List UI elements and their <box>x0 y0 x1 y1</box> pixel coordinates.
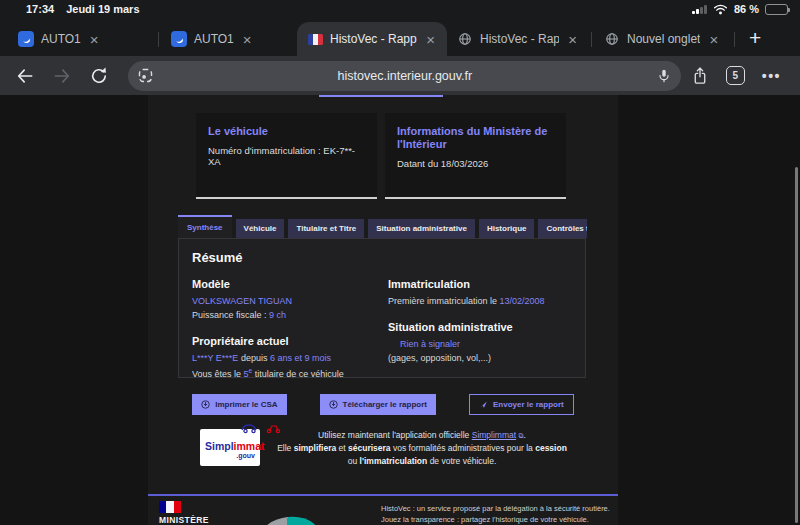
histovec-main-container: Le véhicule Numéro d'immatriculation : E… <box>148 95 618 525</box>
footer-text: HistoVec : un service proposé par la dél… <box>381 503 610 525</box>
download-circle-icon <box>329 400 338 409</box>
wifi-icon <box>713 4 728 15</box>
close-icon[interactable]: × <box>241 32 254 47</box>
tab-title: AUTO1 <box>41 32 81 46</box>
tab-titulaire-et-titre[interactable]: Titulaire et Titre <box>288 219 364 238</box>
browser-tab-histovec-2[interactable]: HistoVec - Rapport × <box>447 22 589 56</box>
simplimmat-section: Simplimmat .gouv Utilisez maintenant l'a… <box>200 429 572 468</box>
status-bar: 17:34 Jeudi 19 mars 86 % <box>0 0 800 18</box>
tab-switcher-button[interactable]: 5 <box>726 66 745 85</box>
forward-icon[interactable] <box>52 66 72 86</box>
page-scrollbar[interactable] <box>795 167 798 523</box>
tab-historique[interactable]: Historique <box>479 219 535 238</box>
back-icon[interactable] <box>15 66 35 86</box>
url-text[interactable]: histovec.interieur.gouv.fr <box>154 69 656 83</box>
synthese-panel: Résumé Modèle VOLKSWAGEN TIGUAN Puissanc… <box>178 238 586 378</box>
globe-icon <box>604 31 620 47</box>
situation-heading: Situation administrative <box>388 321 572 333</box>
globe-icon <box>457 31 473 47</box>
close-icon[interactable]: × <box>424 32 437 47</box>
tab-title: HistoVec - Rapport <box>330 32 417 46</box>
car-scooter-icon <box>240 422 282 434</box>
browser-tab-histovec-active[interactable]: HistoVec - Rapport × <box>297 22 447 56</box>
battery-icon <box>765 4 788 15</box>
close-icon[interactable]: × <box>88 32 101 47</box>
battery-percent: 86 % <box>734 3 759 15</box>
tab-synthese[interactable]: Synthèse <box>178 215 232 238</box>
vehicle-card: Le véhicule Numéro d'immatriculation : E… <box>196 113 377 199</box>
tab-count: 5 <box>733 70 739 81</box>
print-csa-button[interactable]: Imprimer le CSA <box>192 394 286 415</box>
nav-active-underline <box>319 95 443 97</box>
tab-vehicule[interactable]: Véhicule <box>236 219 285 238</box>
close-icon[interactable]: × <box>707 32 720 47</box>
model-value: VOLKSWAGEN TIGUAN <box>192 296 388 306</box>
close-icon[interactable]: × <box>566 32 579 47</box>
web-page-content: Le véhicule Numéro d'immatriculation : E… <box>0 95 800 525</box>
lens-icon[interactable] <box>137 67 154 84</box>
situation-note: (gages, opposition, vol,...) <box>388 353 572 363</box>
browser-tab-auto1-2[interactable]: AUTO1 × <box>161 22 297 56</box>
immat-heading: Immatriculation <box>388 278 572 290</box>
owner-heading: Propriétaire actuel <box>192 335 388 347</box>
tab-separator <box>158 32 159 47</box>
browser-tab-new[interactable]: Nouvel onglet × <box>594 22 732 56</box>
model-heading: Modèle <box>192 278 388 290</box>
report-tab-bar: Synthèse Véhicule Titulaire et Titre Sit… <box>178 215 587 238</box>
resume-title: Résumé <box>192 250 572 265</box>
auto1-favicon-icon <box>18 31 34 47</box>
simplimmat-link[interactable]: Simplimmat <box>472 430 516 440</box>
reload-icon[interactable] <box>89 66 109 86</box>
ministry-info-card: Informations du Ministère de l'Intérieur… <box>385 113 566 199</box>
ministry-logo: MINISTÈRE <box>159 501 209 525</box>
more-menu-icon[interactable]: ••• <box>762 68 781 84</box>
browser-tab-strip: AUTO1 × AUTO1 × HistoVec - Rapport × His… <box>0 18 800 56</box>
download-report-button[interactable]: Télécharger le rapport <box>320 394 436 415</box>
mic-icon[interactable] <box>656 68 672 84</box>
browser-tab-auto1[interactable]: AUTO1 × <box>8 22 156 56</box>
share-icon[interactable] <box>691 66 709 86</box>
ministry-label: MINISTÈRE <box>159 515 209 525</box>
card-title: Le véhicule <box>208 125 365 138</box>
marianne-flag-icon <box>159 501 181 513</box>
download-circle-icon <box>201 400 210 409</box>
action-buttons-row: Imprimer le CSA Télécharger le rapport E… <box>148 394 618 415</box>
status-date: Jeudi 19 mars <box>66 3 139 15</box>
fiscal-power-line: Puissance fiscale : 9 ch <box>192 310 388 320</box>
clock: 17:34 <box>26 3 54 15</box>
tab-title: HistoVec - Rapport <box>480 32 559 46</box>
card-body: Numéro d'immatriculation : EK-7**-XA <box>208 145 365 167</box>
tab-situation-administrative[interactable]: Situation administrative <box>368 219 475 238</box>
send-report-button[interactable]: Envoyer le rapport <box>469 394 574 415</box>
tab-separator <box>591 32 592 47</box>
browser-toolbar: histovec.interieur.gouv.fr 5 ••• <box>0 56 800 95</box>
cellular-signal-icon <box>692 4 707 14</box>
auto1-favicon-icon <box>171 31 187 47</box>
french-flag-icon <box>307 31 323 47</box>
owner-line: L***Y E***E depuis 6 ans et 9 mois <box>192 353 388 363</box>
address-bar[interactable]: histovec.interieur.gouv.fr <box>128 61 681 91</box>
immat-line: Première immatriculation le 13/02/2008 <box>388 296 572 306</box>
send-plane-icon <box>479 400 488 409</box>
situation-status: Rien à signaler <box>388 339 572 349</box>
tab-title: AUTO1 <box>194 32 234 46</box>
tab-controles-techniques[interactable]: Contrôles techniques <box>538 219 587 238</box>
card-title: Informations du Ministère de l'Intérieur <box>397 125 554 151</box>
simplimmat-logo: Simplimmat .gouv <box>200 429 260 466</box>
page-footer: MINISTÈRE HistoVec : un service proposé … <box>148 494 618 525</box>
card-body: Datant du 18/03/2026 <box>397 158 554 169</box>
tab-separator <box>734 32 735 47</box>
simplimmat-text: Utilisez maintenant l'application offici… <box>272 429 572 468</box>
new-tab-button[interactable]: + <box>749 26 761 50</box>
holder-line: Vous êtes le 5e titulaire de ce véhicule <box>192 367 388 379</box>
histovec-logo-icon <box>259 514 319 525</box>
tab-title: Nouvel onglet <box>627 32 700 46</box>
